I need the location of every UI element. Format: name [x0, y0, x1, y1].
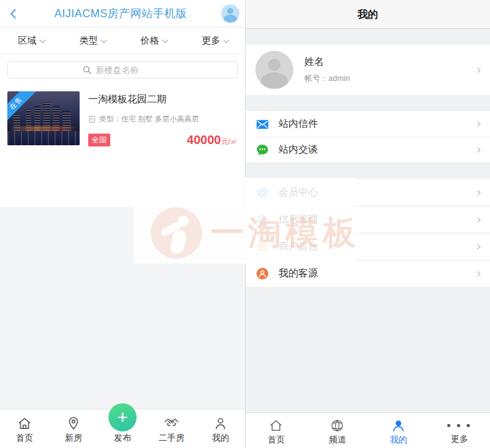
- map-pin-icon: [66, 416, 81, 431]
- profile-texts: 姓名 帐号：admin: [304, 56, 350, 84]
- nav-mine-active[interactable]: 我的: [368, 413, 429, 448]
- customer-icon: [255, 266, 270, 281]
- filter-region[interactable]: 区域: [0, 35, 61, 47]
- user-avatar-icon: [221, 4, 239, 23]
- listing-header: AIJIACMS房产网站手机版: [0, 0, 245, 28]
- menu-item-site-chat[interactable]: 站内交谈 ›: [246, 137, 490, 162]
- nav-channels[interactable]: 频道: [307, 413, 368, 448]
- chat-icon: [255, 142, 270, 157]
- chevron-right-icon: ›: [476, 143, 481, 156]
- search-box[interactable]: [7, 61, 238, 78]
- property-meta: 类型：住宅 别墅 多层小高高层: [88, 114, 238, 124]
- gear-icon: [255, 185, 270, 200]
- filter-more[interactable]: 更多: [184, 35, 245, 47]
- chevron-down-icon: [162, 37, 168, 43]
- section-gap: [246, 162, 490, 179]
- nav-home[interactable]: 首页: [246, 413, 307, 448]
- menu-item-member-center[interactable]: 会员中心 ›: [246, 179, 490, 206]
- price-block: 40000元/㎡: [187, 133, 238, 147]
- two-screen-composite: AIJIACMS房产网站手机版 区域 类型 价格 更多: [0, 0, 490, 448]
- filter-type[interactable]: 类型: [61, 35, 123, 47]
- property-photo: 在售: [7, 91, 80, 145]
- header-avatar-button[interactable]: [216, 4, 245, 23]
- mail-icon: [255, 116, 270, 131]
- profile-bottom-nav: 首页 频道 我的 • • • 更多: [246, 412, 490, 448]
- on-sale-ribbon: 在售: [7, 91, 37, 124]
- filter-bar: 区域 类型 价格 更多: [0, 28, 245, 55]
- chevron-right-icon: ›: [476, 267, 481, 280]
- nav-second-hand[interactable]: 二手房: [147, 409, 196, 448]
- section-gap: [246, 29, 490, 45]
- filter-price[interactable]: 价格: [123, 35, 184, 47]
- chevron-right-icon: ›: [476, 186, 481, 199]
- search-icon: [82, 65, 92, 75]
- person-icon: [213, 416, 228, 431]
- publish-plus-icon: +: [108, 403, 137, 431]
- property-card[interactable]: 在售 一淘模板花园二期 类型：住宅 别墅 多层小高高层 全国 40000元/㎡: [0, 85, 245, 153]
- chevron-down-icon: [100, 37, 107, 43]
- wallet-icon: [255, 239, 270, 254]
- menu-item-my-customers[interactable]: 我的客源 ›: [246, 260, 490, 287]
- chevron-right-icon: ›: [476, 213, 481, 226]
- page-title: 我的: [358, 7, 379, 21]
- listing-screen: AIJIACMS房产网站手机版 区域 类型 价格 更多: [0, 0, 245, 448]
- ellipsis-icon: • • •: [447, 418, 472, 433]
- profile-header: 我的: [246, 0, 490, 29]
- property-title[interactable]: 一淘模板花园二期: [88, 93, 238, 106]
- content-spacer: [0, 153, 245, 207]
- search-section: [0, 55, 245, 85]
- account-menu-group: 会员中心 › 信息管理 ›: [246, 179, 490, 287]
- handshake-icon: [164, 416, 179, 431]
- price-unit: 元/㎡: [221, 137, 238, 146]
- menu-item-merchant-backend[interactable]: 商户后台 ›: [246, 233, 490, 260]
- person-filled-icon: [391, 418, 406, 433]
- listing-bottom-nav: 首页 新房 + 发布: [0, 409, 245, 448]
- chevron-right-icon: ›: [476, 240, 481, 253]
- search-input[interactable]: [96, 65, 164, 75]
- nav-mine[interactable]: 我的: [196, 409, 245, 448]
- nav-new-house[interactable]: 新房: [49, 409, 98, 448]
- nav-home[interactable]: 首页: [0, 409, 49, 448]
- profile-screen: 我的 姓名 帐号：admin ›: [245, 0, 490, 448]
- back-chevron-icon: [10, 9, 20, 18]
- profile-account: 帐号：admin: [304, 73, 350, 84]
- section-gap: [246, 95, 490, 111]
- price-value: 40000: [187, 133, 221, 146]
- app-title: AIJIACMS房产网站手机版: [26, 6, 216, 21]
- profile-card[interactable]: 姓名 帐号：admin ›: [246, 45, 490, 95]
- empty-list-area: [0, 207, 245, 409]
- circle-plus-icon: [255, 212, 270, 227]
- document-icon: [88, 115, 96, 123]
- chevron-right-icon: ›: [476, 117, 481, 131]
- menu-item-info-manage[interactable]: 信息管理 ›: [246, 206, 490, 233]
- property-type-text: 类型：住宅 别墅 多层小高高层: [99, 114, 199, 124]
- menu-item-site-mail[interactable]: 站内信件 ›: [246, 111, 490, 137]
- property-info: 一淘模板花园二期 类型：住宅 别墅 多层小高高层 全国 40000元/㎡: [80, 91, 238, 147]
- home-icon: [17, 416, 32, 431]
- messages-menu-group: 站内信件 › 站内交谈 ›: [246, 111, 490, 162]
- chevron-down-icon: [39, 37, 45, 43]
- back-button[interactable]: [0, 10, 26, 17]
- home-icon: [268, 418, 284, 433]
- globe-icon: [330, 418, 345, 433]
- chevron-down-icon: [223, 37, 229, 43]
- chevron-right-icon: ›: [476, 63, 481, 77]
- nav-more[interactable]: • • • 更多: [429, 413, 490, 448]
- nav-publish[interactable]: + 发布: [98, 409, 147, 448]
- profile-avatar: [255, 51, 293, 89]
- property-bottom-row: 全国 40000元/㎡: [88, 133, 238, 147]
- region-badge: 全国: [88, 134, 110, 146]
- profile-name: 姓名: [304, 56, 350, 69]
- empty-area: [246, 287, 490, 412]
